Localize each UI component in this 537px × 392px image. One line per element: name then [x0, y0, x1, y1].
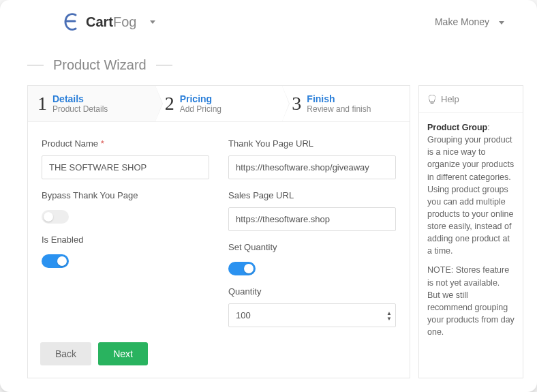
thank-you-url-input[interactable] [228, 155, 396, 179]
step-title: Finish [307, 93, 371, 104]
dash-icon [27, 65, 44, 65]
product-name-input[interactable] [42, 155, 209, 179]
set-qty-toggle[interactable] [228, 262, 256, 275]
thank-you-url-label: Thank You Page URL [228, 138, 396, 149]
help-paragraph: Product Group: Grouping your product is … [427, 121, 515, 257]
page-title-text: Product Wizard [53, 57, 147, 73]
step-details[interactable]: 1 Details Product Details [28, 86, 155, 121]
next-button[interactable]: Next [98, 342, 148, 365]
qty-label: Quantity [228, 286, 396, 297]
step-number: 2 [165, 93, 174, 115]
page-title: Product Wizard [0, 38, 537, 85]
set-qty-label: Set Quantity [228, 242, 396, 252]
brand[interactable]: CartFog [63, 12, 155, 31]
step-sub: Add Pricing [180, 104, 221, 114]
step-number: 1 [37, 93, 47, 115]
make-money-label: Make Money [435, 16, 489, 27]
bypass-label: Bypass Thank You Page [42, 190, 209, 200]
enabled-toggle[interactable] [42, 254, 69, 268]
product-name-label: Product Name * [42, 138, 209, 149]
bypass-toggle[interactable] [42, 210, 69, 224]
step-title: Pricing [180, 93, 221, 104]
quantity-stepper[interactable]: ▲ ▼ [386, 310, 392, 320]
brand-bold: Cart [86, 14, 113, 29]
sales-url-input[interactable] [228, 207, 396, 231]
wizard-steps: 1 Details Product Details 2 Pricing Add … [28, 86, 410, 122]
back-button[interactable]: Back [40, 342, 91, 365]
caret-down-icon [150, 20, 155, 24]
caret-down-icon [499, 21, 504, 25]
brand-light: Fog [113, 14, 136, 29]
step-finish[interactable]: 3 Finish Review and finish [282, 86, 410, 121]
step-pricing[interactable]: 2 Pricing Add Pricing [155, 86, 283, 121]
step-title: Details [52, 93, 108, 104]
step-sub: Review and finish [307, 104, 371, 114]
help-panel: Help Product Group: Grouping your produc… [418, 85, 523, 378]
step-number: 3 [292, 93, 301, 115]
make-money-menu[interactable]: Make Money [435, 16, 504, 27]
help-note: NOTE: Stores feature is not yet availabl… [427, 264, 515, 338]
step-sub: Product Details [52, 104, 108, 114]
bulb-icon [429, 95, 435, 104]
brand-logo-icon [63, 12, 79, 31]
wizard-main: 1 Details Product Details 2 Pricing Add … [27, 85, 410, 378]
dash-icon [156, 65, 172, 65]
enabled-label: Is Enabled [42, 235, 209, 245]
chevron-up-icon[interactable]: ▲ [386, 310, 392, 315]
chevron-down-icon[interactable]: ▼ [386, 316, 392, 320]
help-title: Help [441, 94, 459, 104]
sales-url-label: Sales Page URL [228, 190, 396, 200]
quantity-input[interactable] [228, 303, 396, 327]
